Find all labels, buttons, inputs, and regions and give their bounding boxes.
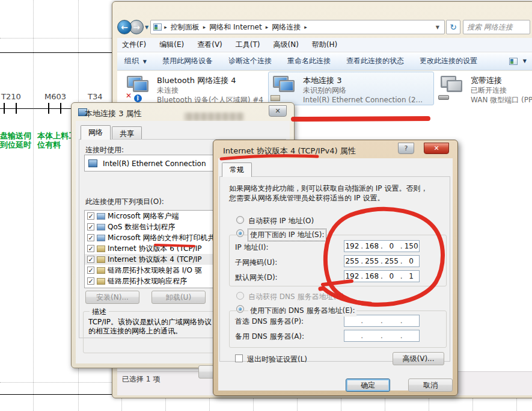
view-options-icon[interactable] [509,58,518,65]
address-dropdown-icon[interactable]: ▼ [433,25,442,30]
broadband-adapter-icon [439,75,465,101]
contact-symbol [4,103,5,114]
close-button[interactable]: ✕ [424,143,449,154]
plc-comment: 盘输送伺到位延时 [0,131,31,149]
checkbox-checked[interactable]: ✓ [87,212,94,220]
radio-use-ip-label[interactable]: 使用下面的 IP 地址(S): [248,229,326,241]
refresh-icon: ↻ [450,22,457,32]
radio-auto-dns [236,292,244,300]
radio-auto-ip[interactable] [236,216,244,224]
address-bar[interactable]: ▸ 控制面板 ▸ 网络和 Internet ▸ 网络连接 ▸ ▼ [150,20,445,34]
menu-file[interactable]: 文件(F) [122,40,146,50]
subnet-mask-label: 子网掩码(U): [235,258,277,268]
intro-text: 如果网络支持此功能，则可以获取自动指派的 IP 设置。否则， [229,184,427,194]
intro-text: 您需要从网络系统管理员处获得适当的 IP 设置。 [229,193,384,203]
bluetooth-adapter-icon: ✕ ᛒ [126,75,151,101]
command-bar: 组织 ▼ 禁用此网络设备 诊断这个连接 重命名此连接 查看此连接的状态 更改此连… [117,52,532,70]
back-button[interactable]: ← [117,20,132,34]
checkbox-checked[interactable]: ✓ [87,245,94,252]
tab-general[interactable]: 常规 [222,162,252,177]
checkbox-checked[interactable]: ✓ [87,267,94,274]
description-title: 描述 [90,307,109,317]
preferred-dns-input[interactable]: . . . [344,315,420,327]
client-icon [97,213,105,220]
service-icon [97,235,105,241]
selection-count: 已选择 1 项 [122,375,160,383]
connection-bluetooth[interactable]: ✕ ᛒ Bluetooth 网络连接 4 未连接 Bluetooth 设备(个人… [126,75,263,105]
connection-status: 已断开连接 [471,85,532,95]
breadcrumb-network-connections[interactable]: 网络连接 [269,22,303,32]
ip-address-label: IP 地址(I): [235,243,269,253]
install-button[interactable]: 安装(N)... [85,291,139,304]
ladder-rung [0,52,112,53]
connection-status: 未连接 [157,85,263,95]
crumb-separator-icon: ▸ [303,24,308,30]
help-button[interactable]: ? [398,143,414,154]
menu-help[interactable]: 帮助(H) [312,40,337,50]
gateway-input[interactable]: 192. 168. 0. 1 [344,270,420,282]
ip-address-input[interactable]: 192. 168. 0. 150 [344,240,420,252]
crumb-separator-icon: ▸ [202,24,207,30]
close-icon: ✕ [433,144,439,152]
organize-dropdown-icon: ▼ [143,59,147,64]
items-label: 此连接使用下列项目(O): [85,197,164,207]
rename-connection-button[interactable]: 重命名此连接 [287,56,331,66]
grid-line [0,382,112,383]
recent-pages-dropdown-icon[interactable]: ▼ [145,25,148,30]
connection-broadband[interactable]: 宽带连接 已断开连接 WAN 微型端口 (PPP [439,75,532,105]
cancel-button[interactable]: 取消 [408,379,453,392]
connection-device: Intel(R) Ethernet Connection (2... [303,95,423,105]
alternate-dns-label: 备用 DNS 服务器(A): [235,332,304,342]
menu-view[interactable]: 查看(V) [197,40,222,50]
validate-settings-label[interactable]: 退出时验证设置(L) [247,354,307,365]
connect-using-label: 连接时使用: [85,145,124,155]
uninstall-button[interactable]: 卸载(U) [151,291,206,304]
menu-tools[interactable]: 工具(T) [236,40,260,50]
bluetooth-icon: ᛒ [134,94,142,102]
close-button[interactable]: ✕ [269,105,287,117]
back-arrow-icon: ← [121,22,128,32]
crumb-separator-icon: ▸ [163,24,168,30]
validate-settings-checkbox[interactable] [235,354,243,362]
organize-button[interactable]: 组织 ▼ [124,56,147,66]
contact-symbol [16,103,17,114]
subnet-mask-input[interactable]: 255. 255. 255. 0 [344,255,420,267]
search-box[interactable] [463,20,530,34]
ok-button[interactable]: 确定 [346,379,390,392]
refresh-button[interactable]: ↻ [446,20,460,34]
checkbox-checked[interactable]: ✓ [87,277,94,285]
protocol-icon [97,278,105,285]
advanced-button[interactable]: 高级(V)... [393,352,444,365]
folder-icon [153,23,162,31]
connection-name: Bluetooth 网络连接 4 [157,76,263,85]
service-icon [97,224,105,230]
contact-label: T34 [88,92,102,101]
checkbox-checked[interactable]: ✓ [87,223,94,230]
ipv4-properties-dialog: Internet 协议版本 4 (TCP/IPv4) 属性 ? ✕ 常规 如果网… [213,140,458,396]
grid-line [0,38,112,39]
disable-device-button[interactable]: 禁用此网络设备 [162,56,213,66]
adapter-name: Intel(R) Ethernet Connection [103,159,206,168]
radio-auto-ip-label[interactable]: 自动获得 IP 地址(O) [248,216,314,226]
radio-use-dns-label[interactable]: 使用下面的 DNS 服务器地址(E): [248,305,356,317]
tab-network[interactable]: 网络 [81,125,111,140]
connection-local-area-3[interactable]: 本地连接 3 未识别的网络 Intel(R) Ethernet Connecti… [272,75,423,105]
menu-edit[interactable]: 编辑(E) [159,40,184,50]
alternate-dns-input[interactable]: . . . [344,330,420,342]
breadcrumb-network-and-internet[interactable]: 网络和 Internet [207,22,264,32]
checkbox-checked[interactable]: ✓ [87,256,94,263]
tab-sharing[interactable]: 共享 [112,126,142,140]
view-options-dropdown-icon[interactable]: ▼ [523,58,527,64]
change-settings-button[interactable]: 更改此连接的设置 [420,56,477,66]
view-status-button[interactable]: 查看此连接的状态 [346,56,404,66]
diagnose-connection-button[interactable]: 诊断这个连接 [228,56,272,66]
forward-arrow-icon: → [133,22,140,32]
gateway-label: 默认网关(D): [235,273,278,283]
radio-auto-dns-label: 自动获得 DNS 服务器地址(B) [248,292,344,302]
protocol-icon [97,256,105,263]
menu-advanced[interactable]: 高级(N) [274,40,299,50]
breadcrumb-control-panel[interactable]: 控制面板 [168,22,202,32]
search-input[interactable] [463,20,530,34]
checkbox-checked[interactable]: ✓ [87,234,94,241]
contact-symbol [60,103,61,114]
